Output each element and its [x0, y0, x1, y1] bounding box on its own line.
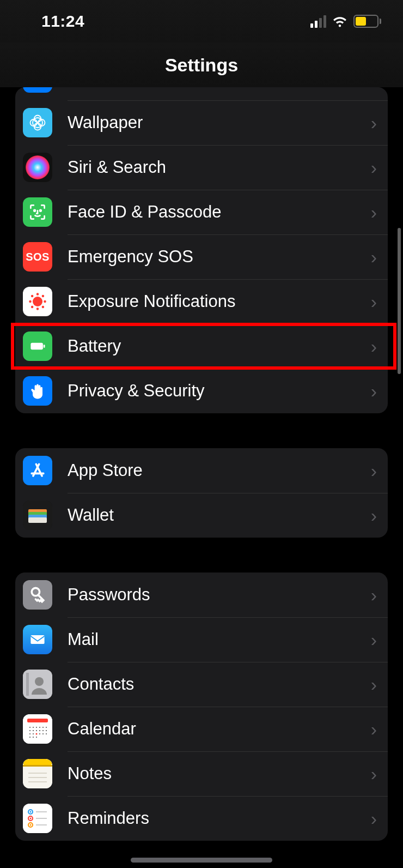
- hand-icon: [23, 376, 52, 406]
- chevron-right-icon: ›: [371, 719, 377, 740]
- chevron-right-icon: ›: [371, 87, 377, 89]
- settings-row-battery[interactable]: Battery ›: [15, 324, 388, 369]
- chevron-right-icon: ›: [371, 291, 377, 312]
- settings-row-faceid-passcode[interactable]: Face ID & Passcode ›: [15, 190, 388, 234]
- svg-point-28: [34, 590, 37, 593]
- wifi-icon: [332, 15, 348, 27]
- settings-group-2: App Store › Wallet ›: [15, 448, 388, 538]
- settings-row-passwords[interactable]: Passwords ›: [15, 572, 388, 617]
- row-label: Exposure Notifications: [68, 292, 371, 311]
- svg-point-16: [31, 295, 34, 298]
- row-label: Privacy & Security: [68, 381, 371, 401]
- row-label: Battery: [68, 336, 371, 356]
- settings-row-app-store[interactable]: App Store ›: [15, 448, 388, 493]
- settings-content: Accessibility › Wallpaper › Siri & Searc…: [0, 87, 403, 868]
- page-title: Settings: [165, 55, 238, 76]
- row-label: Accessibility: [68, 87, 371, 88]
- row-label: Face ID & Passcode: [68, 202, 371, 222]
- row-label: Emergency SOS: [68, 247, 371, 267]
- chevron-right-icon: ›: [371, 505, 377, 526]
- status-indicators: [310, 15, 381, 28]
- svg-point-17: [42, 295, 45, 298]
- svg-rect-31: [26, 673, 29, 696]
- notes-icon: [23, 759, 52, 788]
- chevron-right-icon: ›: [371, 763, 377, 785]
- row-label: Passwords: [68, 585, 371, 605]
- settings-row-siri-search[interactable]: Siri & Search ›: [15, 145, 388, 190]
- svg-point-54: [36, 737, 37, 738]
- svg-point-66: [30, 818, 32, 819]
- wallpaper-icon: [23, 108, 52, 137]
- settings-row-emergency-sos[interactable]: SOS Emergency SOS ›: [15, 234, 388, 279]
- svg-point-19: [42, 306, 45, 309]
- mail-icon: [23, 625, 52, 654]
- svg-point-50: [42, 733, 44, 734]
- svg-point-41: [29, 730, 30, 731]
- svg-point-42: [33, 730, 34, 731]
- status-time: 11:24: [41, 12, 84, 31]
- battery-icon: [353, 15, 381, 28]
- chevron-right-icon: ›: [371, 629, 377, 650]
- svg-point-14: [29, 300, 32, 303]
- svg-rect-34: [27, 719, 48, 722]
- svg-point-55: [36, 733, 38, 735]
- settings-group-3: Passwords › Mail › Contacts ›: [15, 572, 388, 841]
- svg-point-40: [46, 727, 47, 728]
- chevron-right-icon: ›: [371, 674, 377, 695]
- battery-level: [356, 17, 366, 26]
- chevron-right-icon: ›: [371, 808, 377, 829]
- scroll-indicator: [398, 228, 401, 374]
- row-label: Mail: [68, 630, 371, 649]
- faceid-icon: [23, 197, 52, 227]
- svg-point-47: [29, 733, 30, 734]
- svg-point-35: [29, 727, 30, 728]
- svg-point-10: [40, 210, 41, 212]
- svg-point-8: [26, 155, 50, 179]
- svg-rect-29: [30, 635, 44, 644]
- svg-point-36: [33, 727, 34, 728]
- svg-point-9: [34, 210, 35, 212]
- svg-point-13: [36, 308, 39, 310]
- settings-row-wallpaper[interactable]: Wallpaper ›: [15, 100, 388, 145]
- chevron-right-icon: ›: [371, 584, 377, 606]
- svg-point-45: [42, 730, 44, 731]
- svg-point-39: [42, 727, 44, 728]
- chevron-right-icon: ›: [371, 336, 377, 357]
- chevron-right-icon: ›: [371, 157, 377, 178]
- svg-point-15: [44, 300, 46, 303]
- svg-point-12: [36, 293, 39, 296]
- chevron-right-icon: ›: [371, 112, 377, 134]
- settings-row-calendar[interactable]: Calendar ›: [15, 707, 388, 751]
- settings-row-privacy-security[interactable]: Privacy & Security ›: [15, 369, 388, 413]
- settings-group-1: Accessibility › Wallpaper › Siri & Searc…: [15, 87, 388, 413]
- chevron-right-icon: ›: [371, 460, 377, 481]
- svg-point-53: [33, 737, 34, 738]
- settings-row-accessibility[interactable]: Accessibility ›: [15, 87, 388, 100]
- chevron-right-icon: ›: [371, 381, 377, 402]
- settings-row-notes[interactable]: Notes ›: [15, 751, 388, 796]
- nav-header: Settings: [0, 43, 403, 87]
- svg-rect-20: [30, 343, 43, 350]
- settings-row-contacts[interactable]: Contacts ›: [15, 662, 388, 707]
- exposure-icon: [23, 287, 52, 316]
- battery-icon: [23, 331, 52, 361]
- wallet-icon: [23, 501, 52, 530]
- settings-row-mail[interactable]: Mail ›: [15, 617, 388, 662]
- row-label: Wallpaper: [68, 113, 371, 132]
- svg-point-49: [39, 733, 40, 734]
- svg-point-32: [35, 677, 44, 686]
- settings-row-wallet[interactable]: Wallet ›: [15, 493, 388, 538]
- svg-rect-21: [44, 345, 45, 347]
- accessibility-icon: [23, 87, 52, 93]
- settings-row-reminders[interactable]: Reminders ›: [15, 796, 388, 841]
- row-label: Calendar: [68, 719, 371, 739]
- svg-point-18: [31, 306, 34, 309]
- svg-point-48: [33, 733, 34, 734]
- row-label: Reminders: [68, 809, 371, 828]
- contacts-icon: [23, 670, 52, 699]
- row-label: Contacts: [68, 674, 371, 694]
- settings-row-exposure-notifications[interactable]: Exposure Notifications ›: [15, 279, 388, 324]
- siri-icon: [23, 153, 52, 182]
- svg-point-64: [30, 811, 32, 813]
- reminders-icon: [23, 804, 52, 833]
